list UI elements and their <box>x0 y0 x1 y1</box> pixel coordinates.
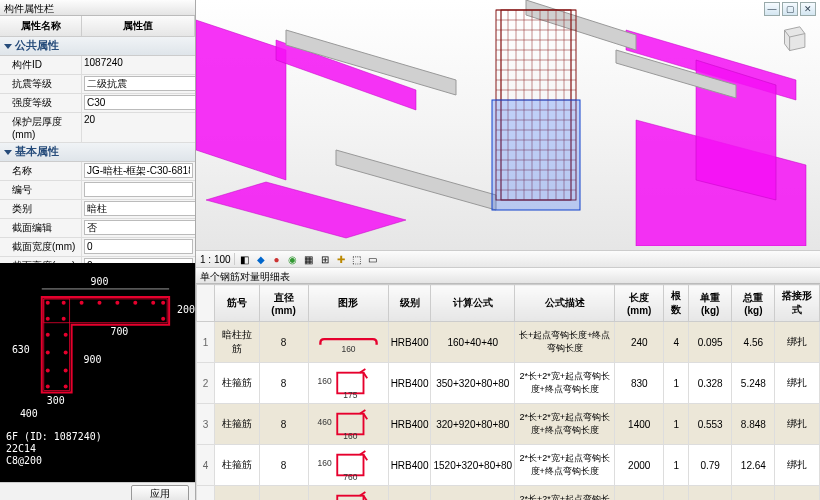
svg-text:160: 160 <box>341 344 355 354</box>
window-controls: — ▢ ✕ <box>764 2 816 16</box>
table-row[interactable]: 1 暗柱拉筋 8 160 HRB400 160+40+40 长+起点弯钩长度+终… <box>197 322 820 363</box>
svg-point-10 <box>46 317 50 321</box>
tool-icon[interactable]: ✚ <box>334 252 348 266</box>
table-row[interactable]: 5 柱箍筋 8 HRB400 320+1720+80+80 2*长+2*宽+起点… <box>197 486 820 501</box>
status-bar: 1 : 100 ◧ ◆ ● ◉ ▦ ⊞ ✚ ⬚ ▭ <box>196 250 820 268</box>
tool-icon[interactable]: ◉ <box>286 252 300 266</box>
close-button[interactable]: ✕ <box>800 2 816 16</box>
svg-point-12 <box>161 317 165 321</box>
svg-point-7 <box>133 301 137 305</box>
col-dia[interactable]: 直径(mm) <box>259 285 308 322</box>
value-cover[interactable]: 20 <box>82 113 195 142</box>
svg-point-9 <box>161 301 165 305</box>
edit-combo[interactable] <box>84 220 195 235</box>
name-input[interactable] <box>84 163 193 178</box>
minimize-button[interactable]: — <box>764 2 780 16</box>
label-name: 名称 <box>0 162 82 180</box>
tool-icon[interactable]: ▦ <box>302 252 316 266</box>
svg-point-3 <box>62 301 66 305</box>
col-total[interactable]: 总重(kg) <box>732 285 775 322</box>
col-name[interactable]: 筋号 <box>215 285 260 322</box>
svg-text:160: 160 <box>317 376 331 386</box>
svg-rect-63 <box>492 100 580 210</box>
svg-text:175: 175 <box>343 390 357 400</box>
svg-point-19 <box>46 384 50 388</box>
svg-text:200: 200 <box>177 304 195 315</box>
svg-text:22C14: 22C14 <box>6 443 36 454</box>
svg-text:300: 300 <box>47 395 65 406</box>
property-scroll[interactable]: 公共属性 构件ID1087240 抗震等级 强度等级 保护层厚度(mm)20 基… <box>0 37 195 263</box>
svg-point-17 <box>46 369 50 373</box>
svg-text:C8@200: C8@200 <box>6 455 42 466</box>
shape-icon: 160175 <box>311 366 386 400</box>
shape-icon: 160760 <box>311 448 386 482</box>
3d-viewport[interactable]: — ▢ ✕ <box>196 0 820 250</box>
tool-icon[interactable]: ⊞ <box>318 252 332 266</box>
svg-point-4 <box>80 301 84 305</box>
model-view <box>196 0 820 246</box>
svg-point-15 <box>46 351 50 355</box>
panel-title: 构件属性栏 <box>0 0 195 16</box>
header-value: 属性值 <box>82 16 195 36</box>
table-row[interactable]: 2 柱箍筋 8 160175 HRB400 350+320+80+80 2*长+… <box>197 363 820 404</box>
label-w: 截面宽度(mm) <box>0 238 82 256</box>
col-qty[interactable]: 根数 <box>664 285 689 322</box>
tool-icon[interactable]: ◧ <box>238 252 252 266</box>
svg-point-13 <box>46 333 50 337</box>
shape-icon: 160 <box>311 325 386 359</box>
label-strength: 强度等级 <box>0 94 82 112</box>
label-id: 构件ID <box>0 56 82 74</box>
svg-text:160: 160 <box>317 458 331 468</box>
cat-combo[interactable] <box>84 201 195 216</box>
svg-rect-80 <box>337 496 363 500</box>
col-unit[interactable]: 单重(kg) <box>689 285 732 322</box>
svg-point-18 <box>64 369 68 373</box>
code-input[interactable] <box>84 182 193 197</box>
svg-text:460: 460 <box>317 417 331 427</box>
table-title: 单个钢筋对量明细表 <box>196 268 820 284</box>
col-conn[interactable]: 搭接形式 <box>775 285 820 322</box>
svg-rect-22 <box>44 299 70 391</box>
tool-icon[interactable]: ● <box>270 252 284 266</box>
svg-text:160: 160 <box>343 431 357 441</box>
group-public[interactable]: 公共属性 <box>0 37 195 56</box>
label-edit: 截面编辑 <box>0 219 82 237</box>
group-basic[interactable]: 基本属性 <box>0 143 195 162</box>
col-formula[interactable]: 计算公式 <box>431 285 515 322</box>
seismic-combo[interactable] <box>84 76 195 91</box>
svg-text:900: 900 <box>84 354 102 365</box>
property-panel: 构件属性栏 属性名称 属性值 公共属性 构件ID1087240 抗震等级 强度等… <box>0 0 196 500</box>
property-header: 属性名称 属性值 <box>0 16 195 37</box>
svg-point-5 <box>98 301 102 305</box>
svg-text:900: 900 <box>91 276 109 287</box>
svg-point-16 <box>64 351 68 355</box>
tool-icon[interactable]: ⬚ <box>350 252 364 266</box>
table-row[interactable]: 4 柱箍筋 8 160760 HRB400 1520+320+80+80 2*长… <box>197 445 820 486</box>
col-shape[interactable]: 图形 <box>308 285 388 322</box>
maximize-button[interactable]: ▢ <box>782 2 798 16</box>
tool-icon[interactable]: ▭ <box>366 252 380 266</box>
view-cube[interactable] <box>776 20 810 54</box>
svg-text:700: 700 <box>110 326 128 337</box>
apply-button[interactable]: 应用 <box>131 485 189 501</box>
svg-text:760: 760 <box>343 472 357 482</box>
svg-text:400: 400 <box>20 408 38 419</box>
w-input[interactable] <box>84 239 193 254</box>
section-diagram: 900 200 700 630 900 <box>0 263 195 482</box>
svg-point-20 <box>64 384 68 388</box>
svg-point-2 <box>46 301 50 305</box>
rebar-table[interactable]: 筋号 直径(mm) 图形 级别 计算公式 公式描述 长度(mm) 根数 单重(k… <box>196 284 820 500</box>
apply-bar: 应用 <box>0 482 195 500</box>
shape-icon <box>311 489 386 500</box>
caret-down-icon <box>4 150 12 155</box>
scale-label: 1 : 100 <box>200 254 231 265</box>
label-code: 编号 <box>0 181 82 199</box>
col-desc[interactable]: 公式描述 <box>515 285 615 322</box>
col-len[interactable]: 长度(mm) <box>615 285 664 322</box>
label-cat: 类别 <box>0 200 82 218</box>
strength-combo[interactable] <box>84 95 195 110</box>
tool-icon[interactable]: ◆ <box>254 252 268 266</box>
col-grade[interactable]: 级别 <box>388 285 431 322</box>
shape-icon: 460160 <box>311 407 386 441</box>
table-row[interactable]: 3 柱箍筋 8 460160 HRB400 320+920+80+80 2*长+… <box>197 404 820 445</box>
